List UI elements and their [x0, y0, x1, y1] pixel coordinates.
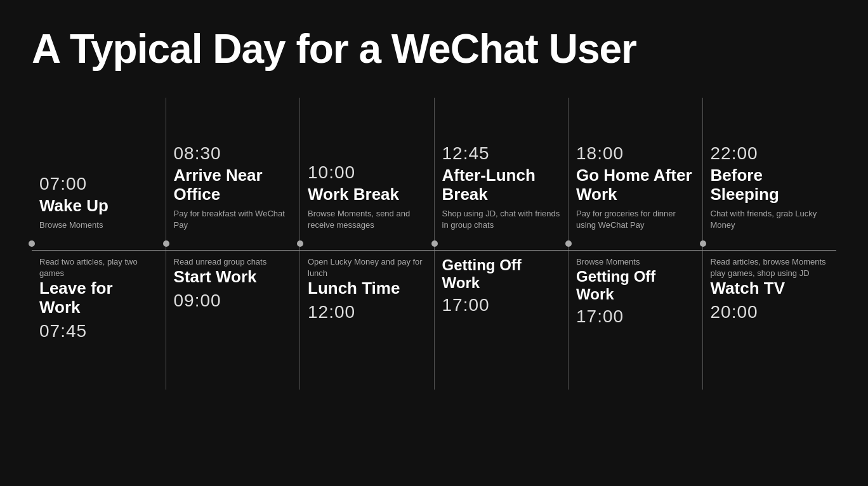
timeline-dot-2 — [163, 240, 169, 247]
desc-3-top: Browse Moments, send and receive message… — [308, 208, 426, 231]
timeline-dot-4 — [431, 240, 438, 247]
timeline-col-6: 22:00 Before Sleeping Chat with friends,… — [702, 98, 837, 390]
desc-3-bottom: Open Lucky Money and pay for lunch — [308, 256, 426, 279]
time-6-bottom: 20:00 — [711, 302, 829, 322]
title-4-top: After-Lunch Break — [442, 166, 561, 204]
top-section-1: 07:00 Wake Up Browse Moments — [32, 98, 166, 244]
top-section-2: 08:30 Arrive Near Office Pay for breakfa… — [166, 98, 300, 244]
time-6-top: 22:00 — [711, 143, 829, 164]
time-4-top: 12:45 — [442, 143, 561, 164]
bottom-section-4: Getting Off Work 17:00 — [435, 244, 569, 390]
desc-5-top: Pay for groceries for dinner using WeCha… — [576, 208, 695, 231]
bottom-section-2: Read unread group chats Start Work 09:00 — [166, 244, 300, 390]
timeline-col-3: 10:00 Work Break Browse Moments, send an… — [299, 98, 434, 390]
timeline-dot-6 — [700, 240, 706, 247]
bottom-section-3: Open Lucky Money and pay for lunch Lunch… — [300, 244, 434, 390]
bottom-section-6: Read articles, browse Moments play games… — [703, 244, 837, 390]
title-3-bottom: Lunch Time — [308, 279, 426, 298]
desc-2-bottom: Read unread group chats — [174, 256, 293, 268]
timeline-dot-1 — [29, 240, 35, 247]
title-6-top: Before Sleeping — [711, 166, 829, 204]
title-6-bottom: Watch TV — [711, 279, 829, 298]
timeline-dot-3 — [297, 240, 303, 247]
timeline-col-2: 08:30 Arrive Near Office Pay for breakfa… — [166, 98, 300, 390]
timeline-container: 07:00 Wake Up Browse Moments Read two ar… — [32, 98, 836, 390]
title-5-top: Go Home After Work — [576, 166, 695, 204]
bottom-section-5: Browse Moments Getting Off Work 17:00 — [569, 244, 702, 390]
top-section-6: 22:00 Before Sleeping Chat with friends,… — [703, 98, 837, 244]
title-5-bottom: Getting Off Work — [576, 268, 695, 303]
timeline-col-4: 12:45 After-Lunch Break Shop using JD, c… — [434, 98, 569, 390]
timeline-col-5: 18:00 Go Home After Work Pay for groceri… — [568, 98, 702, 390]
desc-2-top: Pay for breakfast with WeChat Pay — [174, 208, 293, 231]
top-section-5: 18:00 Go Home After Work Pay for groceri… — [569, 98, 702, 244]
time-1-bottom: 07:45 — [39, 321, 158, 341]
time-3-top: 10:00 — [308, 162, 426, 183]
bottom-section-1: Read two articles, play two games Leave … — [32, 244, 166, 390]
title-2-top: Arrive Near Office — [174, 166, 293, 204]
desc-4-top: Shop using JD, chat with friends in grou… — [442, 208, 561, 231]
time-2-top: 08:30 — [174, 143, 293, 164]
top-section-3: 10:00 Work Break Browse Moments, send an… — [300, 98, 434, 244]
desc-1-top: Browse Moments — [39, 220, 158, 231]
time-1-top: 07:00 — [39, 174, 158, 194]
desc-1-bottom: Read two articles, play two games — [39, 256, 158, 279]
title-1-top: Wake Up — [39, 197, 158, 216]
time-2-bottom: 09:00 — [174, 291, 293, 311]
title-4-bottom: Getting Off Work — [442, 256, 561, 291]
desc-6-bottom: Read articles, browse Moments play games… — [711, 256, 829, 279]
timeline-col-1: 07:00 Wake Up Browse Moments Read two ar… — [32, 98, 166, 390]
desc-6-top: Chat with friends, grab Lucky Money — [711, 208, 829, 231]
title-1-bottom: Leave for Work — [39, 279, 158, 317]
page-title: A Typical Day for a WeChat User — [0, 0, 868, 91]
top-section-4: 12:45 After-Lunch Break Shop using JD, c… — [435, 98, 569, 244]
title-2-bottom: Start Work — [174, 268, 293, 287]
desc-5-bottom: Browse Moments — [576, 256, 695, 268]
timeline-wrapper: 07:00 Wake Up Browse Moments Read two ar… — [0, 98, 868, 390]
time-5-bottom: 17:00 — [576, 306, 695, 327]
time-4-bottom: 17:00 — [442, 295, 561, 315]
timeline-dot-5 — [565, 240, 572, 247]
time-5-top: 18:00 — [576, 143, 695, 164]
time-3-bottom: 12:00 — [308, 302, 426, 322]
title-3-top: Work Break — [308, 185, 426, 204]
